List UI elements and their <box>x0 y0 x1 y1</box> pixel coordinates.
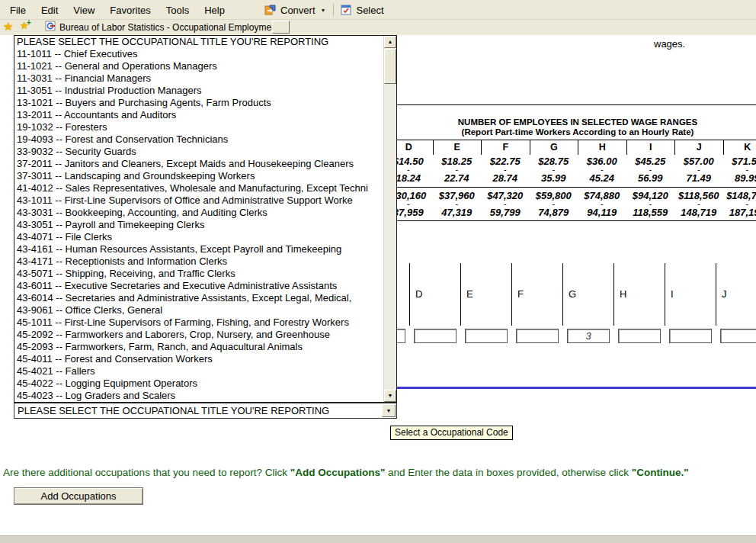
dropdown-option[interactable]: 13-2011 -- Accountants and Auditors <box>14 109 383 121</box>
dropdown-option[interactable]: 43-3051 -- Payroll and Timekeeping Clerk… <box>14 219 383 231</box>
select-button[interactable]: Select <box>354 5 386 16</box>
entry-column-cell: D <box>409 263 460 326</box>
menu-item[interactable]: Favorites <box>102 0 158 20</box>
scrollbar-thumb[interactable] <box>384 49 396 84</box>
dropdown-option[interactable]: 43-5071 -- Shipping, Receiving, and Traf… <box>14 268 383 280</box>
employee-count-input[interactable] <box>567 329 610 343</box>
dropdown-option[interactable]: 45-4023 -- Log Graders and Scalers <box>14 390 383 402</box>
wage-column-letter: J <box>674 140 723 155</box>
wage-ranges-table: NUMBER OF EMPLOYEES IN SELECTED WAGE RAN… <box>384 104 756 221</box>
dropdown-option[interactable]: 11-3051 -- Industrial Production Manager… <box>14 85 383 97</box>
dropdown-option[interactable]: 43-1011 -- First-Line Supervisors of Off… <box>14 194 383 207</box>
dropdown-option[interactable]: 11-1011 -- Chief Executives <box>14 48 383 60</box>
entry-column-letter: J <box>722 288 727 300</box>
menu-item[interactable]: File <box>2 0 34 20</box>
annual-max: 118,559 <box>626 207 675 217</box>
menu-item[interactable]: View <box>66 0 102 20</box>
dropdown-option[interactable]: 41-4012 -- Sales Representatives, Wholes… <box>14 182 383 194</box>
selected-option-text: PLEASE SELECT THE OCCUPATIONAL TITLE YOU… <box>14 405 382 416</box>
wage-column-letter: F <box>481 140 530 155</box>
hourly-range-cell: $18.25 - 22.74 <box>433 156 482 183</box>
menu-item[interactable]: Help <box>197 0 232 20</box>
annual-range-cell: $59,800 - 74,879 <box>530 191 578 217</box>
entry-column-cell: G <box>562 263 613 326</box>
tooltip: Select a Occupational Code <box>390 426 513 440</box>
dropdown-option[interactable]: 37-2011 -- Janitors and Cleaners, Except… <box>14 158 383 170</box>
scroll-up-button[interactable]: ▲ <box>384 36 396 48</box>
dropdown-option[interactable]: 45-4021 -- Fallers <box>14 365 383 378</box>
annual-max: 47,319 <box>433 207 482 217</box>
dropdown-option[interactable]: 11-1021 -- General and Operations Manage… <box>14 60 383 72</box>
footer-text-mid: and Enter the data in boxes provided, ot… <box>385 467 631 478</box>
select-icon <box>340 4 352 16</box>
tab-title: Bureau of Labor Statistics - Occupationa… <box>59 22 279 33</box>
dropdown-option[interactable]: 43-6011 -- Executive Secretaries and Exe… <box>14 280 383 292</box>
favorites-bar: ★ ★+ Bureau of Labor Statistics - Occupa… <box>0 20 756 35</box>
occupation-select[interactable]: PLEASE SELECT THE OCCUPATIONAL TITLE YOU… <box>14 403 397 419</box>
dropdown-option[interactable]: 19-1032 -- Foresters <box>14 121 383 133</box>
dropdown-scrollbar[interactable]: ▲ ▼ <box>383 36 396 402</box>
hourly-max: 35.99 <box>530 173 578 183</box>
annual-min: $148,720 <box>723 191 756 201</box>
annual-range-cell: $47,320 - 59,799 <box>481 191 530 217</box>
dropdown-option[interactable]: 43-4171 -- Receptionists and Information… <box>14 255 383 268</box>
hourly-max: 28.74 <box>481 173 530 183</box>
browser-window: File Edit View Favorites Tools Help Conv… <box>0 0 756 543</box>
page-favicon <box>45 21 56 34</box>
employee-count-input[interactable] <box>618 329 661 343</box>
dropdown-option[interactable]: 45-2093 -- Farmworkers, Farm, Ranch, and… <box>14 341 383 353</box>
dropdown-option[interactable]: 13-1021 -- Buyers and Purchasing Agents,… <box>14 97 383 109</box>
entry-column-letter: G <box>569 288 576 300</box>
browser-tab[interactable]: Bureau of Labor Statistics - Occupationa… <box>41 21 283 34</box>
hourly-range-cell: $71.50 - 89.99 <box>723 156 756 183</box>
wage-table-title: NUMBER OF EMPLOYEES IN SELECTED WAGE RAN… <box>384 117 756 127</box>
dropdown-option[interactable]: 19-4093 -- Forest and Conservation Techn… <box>14 133 383 146</box>
annual-max: 148,719 <box>674 207 723 217</box>
toolbar-separator <box>333 4 334 16</box>
add-occupations-button[interactable]: Add Occupations <box>14 487 143 505</box>
dropdown-option[interactable]: 11-3031 -- Financial Managers <box>14 72 383 85</box>
entry-column-letter: H <box>620 288 626 300</box>
wage-column-letter: G <box>530 140 578 155</box>
combo-dropdown-button[interactable]: ▼ <box>382 404 396 417</box>
employee-count-input[interactable] <box>516 329 559 343</box>
convert-dropdown-arrow[interactable]: ▼ <box>318 8 329 13</box>
wage-table-header: NUMBER OF EMPLOYEES IN SELECTED WAGE RAN… <box>384 105 756 140</box>
entry-column-cell: E <box>460 263 511 326</box>
dropdown-option[interactable]: PLEASE SELECT THE OCCUPATIONAL TITLE YOU… <box>14 36 383 48</box>
dropdown-option[interactable]: 45-2092 -- Farmworkers and Laborers, Cro… <box>14 329 383 341</box>
annual-max: 74,879 <box>530 207 578 217</box>
hourly-max: 22.74 <box>433 173 482 183</box>
dropdown-option[interactable]: 37-3011 -- Landscaping and Groundskeepin… <box>14 170 383 182</box>
dropdown-option[interactable]: 43-3031 -- Bookkeeping, Accounting, and … <box>14 207 383 219</box>
menu-item[interactable]: Edit <box>34 0 66 20</box>
annual-max: 94,119 <box>578 207 626 217</box>
annual-range-row: $30,160 - 37,959 $37,960 - 47,319 $47,32… <box>384 188 756 221</box>
menu-item[interactable]: Tools <box>159 0 197 20</box>
toolbar-blank-button[interactable] <box>272 21 290 34</box>
dropdown-option[interactable]: 43-9061 -- Office Clerks, General <box>14 304 383 316</box>
dropdown-option[interactable]: 33-9032 -- Security Guards <box>14 146 383 158</box>
plus-icon: + <box>27 18 31 27</box>
dropdown-option[interactable]: 43-4071 -- File Clerks <box>14 231 383 243</box>
scroll-down-button[interactable]: ▼ <box>384 390 396 402</box>
entry-column-cell: J <box>716 263 756 326</box>
dropdown-option[interactable]: 43-4161 -- Human Resources Assistants, E… <box>14 243 383 255</box>
dropdown-option[interactable]: 45-4011 -- Forest and Conservation Worke… <box>14 353 383 365</box>
dropdown-option[interactable]: 45-1011 -- First-Line Supervisors of Far… <box>14 316 383 329</box>
employee-count-input[interactable] <box>669 329 712 343</box>
employee-count-input[interactable] <box>465 329 508 343</box>
favorites-star-icon[interactable]: ★ <box>3 20 13 34</box>
hourly-max: 45.24 <box>578 173 626 183</box>
add-favorite-icon[interactable]: ★+ <box>20 20 29 31</box>
dropdown-option[interactable]: 45-4022 -- Logging Equipment Operators <box>14 378 383 390</box>
entry-column-cell: I <box>665 263 716 326</box>
footer-bold-continue: "Continue." <box>632 467 689 478</box>
wage-column-letters: D E F G H I J K <box>384 140 756 155</box>
convert-button[interactable]: Convert <box>278 5 318 16</box>
occupation-dropdown-list: PLEASE SELECT THE OCCUPATIONAL TITLE YOU… <box>14 35 397 403</box>
employee-count-input[interactable] <box>414 329 456 343</box>
footer-instructions: Are there additional occupations that yo… <box>3 467 751 478</box>
employee-count-input[interactable] <box>720 329 756 343</box>
dropdown-option[interactable]: 43-6014 -- Secretaries and Administrativ… <box>14 292 383 304</box>
